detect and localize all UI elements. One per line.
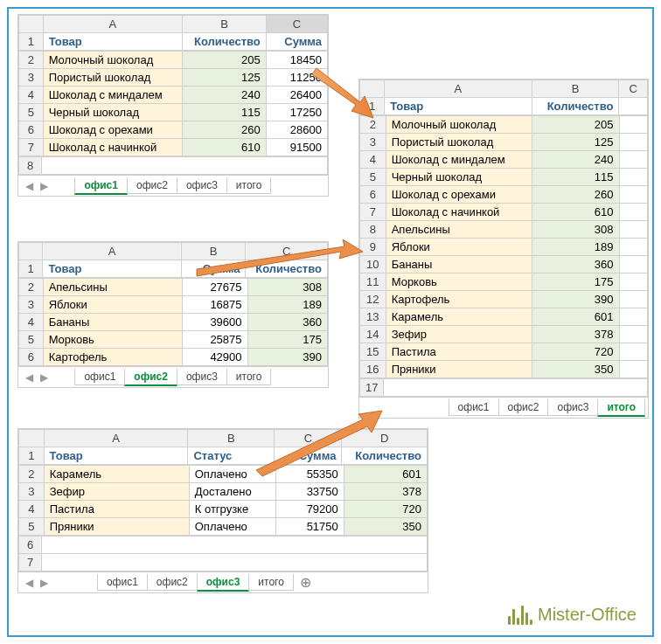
data-cell[interactable] bbox=[619, 274, 647, 291]
col-header-B[interactable]: B bbox=[183, 16, 267, 33]
data-cell[interactable]: 390 bbox=[247, 349, 327, 366]
row-header[interactable]: 4 bbox=[19, 87, 44, 104]
data-cell[interactable]: 18450 bbox=[266, 52, 327, 69]
row-header[interactable]: 8 bbox=[19, 157, 42, 175]
data-cell[interactable]: К отгрузке bbox=[189, 501, 276, 518]
empty-cell[interactable] bbox=[42, 554, 428, 571]
data-cell[interactable]: 16875 bbox=[183, 296, 247, 314]
data-cell[interactable]: 42900 bbox=[183, 349, 247, 366]
data-cell[interactable]: Апельсины bbox=[386, 221, 532, 239]
row-header[interactable]: 7 bbox=[19, 139, 44, 156]
data-cell[interactable]: 350 bbox=[532, 361, 619, 378]
data-cell[interactable]: 378 bbox=[344, 483, 427, 501]
row-header[interactable]: 3 bbox=[19, 296, 44, 314]
data-cell[interactable]: 205 bbox=[183, 52, 267, 69]
data-cell[interactable] bbox=[619, 291, 647, 308]
data-cell[interactable]: Шоколад с орехами bbox=[43, 121, 182, 139]
data-cell[interactable]: Апельсины bbox=[43, 279, 182, 296]
data-cell[interactable]: 601 bbox=[532, 308, 619, 326]
tab-office3[interactable]: офис3 bbox=[197, 574, 250, 592]
row-header[interactable]: 2 bbox=[360, 116, 386, 134]
data-cell[interactable] bbox=[619, 308, 647, 326]
col-header-A[interactable]: A bbox=[385, 80, 532, 98]
tab-nav-prev-icon[interactable]: ◀ bbox=[22, 371, 37, 384]
data-cell[interactable]: Пряники bbox=[44, 518, 189, 536]
empty-cell[interactable] bbox=[42, 537, 428, 554]
data-cell[interactable]: 205 bbox=[532, 116, 619, 134]
tab-office2[interactable]: офис2 bbox=[127, 177, 177, 194]
header-cell[interactable]: Количество bbox=[532, 98, 619, 115]
row-header[interactable]: 6 bbox=[19, 537, 42, 554]
tab-total[interactable]: итого bbox=[248, 574, 294, 591]
data-cell[interactable]: Шоколад с начинкой bbox=[386, 204, 532, 221]
tab-nav-prev-icon[interactable]: ◀ bbox=[22, 577, 37, 589]
data-cell[interactable]: 601 bbox=[344, 466, 427, 483]
header-cell[interactable]: Товар bbox=[44, 447, 188, 465]
tab-office2[interactable]: офис2 bbox=[498, 399, 549, 416]
row-header[interactable]: 2 bbox=[19, 52, 44, 69]
tab-office3[interactable]: офис3 bbox=[177, 369, 227, 385]
data-cell[interactable]: Пористый шоколад bbox=[386, 134, 532, 151]
row-header[interactable]: 5 bbox=[19, 518, 45, 536]
header-cell[interactable]: Сумма bbox=[266, 33, 327, 51]
data-cell[interactable]: Пористый шоколад bbox=[43, 69, 182, 87]
tab-total[interactable]: итого bbox=[226, 177, 272, 194]
data-cell[interactable]: 125 bbox=[532, 134, 619, 151]
data-cell[interactable]: 610 bbox=[532, 204, 619, 221]
data-cell[interactable] bbox=[619, 116, 647, 134]
row-header[interactable]: 4 bbox=[19, 314, 44, 331]
col-header-B[interactable]: B bbox=[188, 430, 275, 447]
data-cell[interactable]: 26400 bbox=[266, 87, 327, 104]
header-cell[interactable]: Товар bbox=[385, 98, 532, 115]
row-header[interactable]: 11 bbox=[360, 274, 386, 291]
data-cell[interactable] bbox=[619, 151, 647, 169]
row-header[interactable]: 6 bbox=[19, 121, 44, 139]
data-cell[interactable]: Бананы bbox=[386, 256, 532, 274]
row-header[interactable]: 16 bbox=[360, 361, 386, 378]
data-cell[interactable]: Шоколад с орехами bbox=[386, 186, 532, 204]
empty-cell[interactable] bbox=[384, 379, 648, 397]
col-header-C[interactable]: C bbox=[619, 80, 648, 98]
data-cell[interactable]: 79200 bbox=[276, 501, 344, 518]
data-cell[interactable]: 240 bbox=[532, 151, 619, 169]
data-cell[interactable]: Пряники bbox=[386, 361, 532, 378]
data-cell[interactable]: Шоколад с миндалем bbox=[386, 151, 532, 169]
header-cell[interactable]: Сумма bbox=[181, 260, 246, 278]
header-cell[interactable]: Количество bbox=[246, 260, 328, 278]
data-cell[interactable]: Оплачено bbox=[189, 466, 276, 483]
tab-nav-next-icon[interactable]: ▶ bbox=[37, 371, 52, 384]
add-sheet-icon[interactable]: ⊕ bbox=[293, 574, 318, 591]
tab-nav-next-icon[interactable]: ▶ bbox=[37, 180, 52, 192]
row-header[interactable]: 2 bbox=[19, 279, 44, 296]
col-header-C[interactable]: C bbox=[275, 430, 342, 447]
data-cell[interactable]: Молочный шоколад bbox=[43, 52, 182, 69]
row-header[interactable]: 5 bbox=[19, 104, 44, 121]
data-cell[interactable]: 378 bbox=[532, 326, 619, 343]
data-cell[interactable]: Молочный шоколад bbox=[386, 116, 532, 134]
col-header-C[interactable]: C bbox=[246, 243, 328, 260]
header-cell[interactable]: Товар bbox=[43, 33, 182, 51]
data-cell[interactable] bbox=[619, 326, 647, 343]
data-cell[interactable]: 260 bbox=[183, 121, 267, 139]
data-cell[interactable]: Картофель bbox=[386, 291, 532, 308]
header-cell[interactable]: Количество bbox=[342, 447, 428, 465]
data-cell[interactable]: 308 bbox=[532, 221, 619, 239]
tab-office1[interactable]: офис1 bbox=[97, 574, 148, 591]
data-cell[interactable]: 189 bbox=[247, 296, 327, 314]
row-header[interactable]: 14 bbox=[360, 326, 386, 343]
data-cell[interactable]: 720 bbox=[344, 501, 427, 518]
row-header[interactable]: 4 bbox=[19, 501, 45, 518]
col-header-A[interactable]: A bbox=[43, 16, 182, 33]
data-cell[interactable] bbox=[619, 204, 647, 221]
header-cell[interactable]: Количество bbox=[183, 33, 267, 51]
header-cell[interactable]: Сумма bbox=[275, 447, 342, 465]
data-cell[interactable]: Карамель bbox=[44, 466, 189, 483]
row-header[interactable]: 8 bbox=[360, 221, 386, 239]
header-cell[interactable]: Статус bbox=[188, 447, 275, 465]
tab-nav-prev-icon[interactable]: ◀ bbox=[22, 180, 37, 192]
data-cell[interactable]: 33750 bbox=[276, 483, 344, 501]
data-cell[interactable] bbox=[619, 361, 647, 378]
data-cell[interactable] bbox=[619, 256, 647, 274]
tab-office1[interactable]: офис1 bbox=[449, 399, 499, 416]
data-cell[interactable]: 350 bbox=[344, 518, 427, 536]
